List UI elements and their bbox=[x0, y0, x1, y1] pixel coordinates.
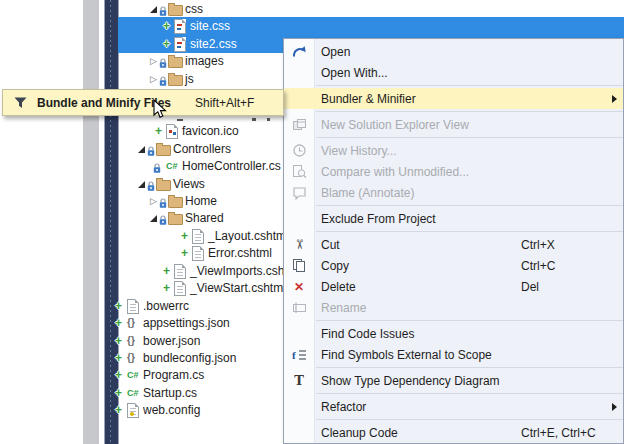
expand-arrow-icon[interactable] bbox=[150, 215, 157, 222]
compare-icon bbox=[284, 164, 314, 179]
pending-add-icon: + bbox=[155, 122, 162, 140]
type-dependency-icon: T bbox=[284, 373, 314, 388]
tree-item-label: Controllers bbox=[173, 140, 231, 158]
submenu-item-label: Bundle and Minify Files bbox=[37, 96, 195, 110]
submenu-item-shortcut: Shift+Alt+F bbox=[195, 96, 254, 110]
menu-item-label: Blame (Annotate) bbox=[314, 186, 414, 200]
json-file-icon: {} bbox=[127, 332, 135, 350]
tree-item-css[interactable]: css bbox=[0, 0, 624, 18]
menu-item-show-type-dependency-diagram[interactable]: TShow Type Dependency Diagram bbox=[284, 370, 623, 391]
folder-icon bbox=[168, 57, 183, 68]
copy-icon bbox=[284, 258, 314, 273]
menu-separator bbox=[316, 393, 623, 394]
tree-item-label: _ViewStart.cshtml bbox=[190, 279, 286, 297]
menu-separator bbox=[316, 367, 623, 368]
doc-file-icon bbox=[192, 246, 204, 261]
pending-add-icon: + bbox=[115, 349, 122, 367]
new-solution-explorer-view-icon bbox=[284, 118, 314, 132]
menu-item-shortcut: Ctrl+X bbox=[521, 238, 555, 252]
menu-item-cleanup-code[interactable]: Cleanup CodeCtrl+E, Ctrl+C bbox=[284, 422, 623, 443]
pending-add-icon: + bbox=[115, 401, 122, 419]
image-file-icon bbox=[166, 124, 178, 139]
menu-item-label: New Solution Explorer View bbox=[314, 118, 469, 132]
csharp-file-icon: C# bbox=[166, 157, 178, 175]
menu-item-open[interactable]: Open bbox=[284, 41, 623, 62]
svg-text:f: f bbox=[292, 349, 296, 361]
pending-add-icon: + bbox=[181, 244, 188, 262]
expand-arrow-icon[interactable] bbox=[138, 181, 145, 188]
pending-add-icon: + bbox=[163, 17, 170, 35]
context-menu: OpenOpen With...Bundler & MinifierNew So… bbox=[283, 38, 624, 444]
expand-arrow-icon[interactable] bbox=[150, 6, 157, 13]
tree-item-site-css[interactable]: +site.css bbox=[0, 17, 624, 35]
menu-item-label: Cleanup Code bbox=[314, 426, 398, 440]
pending-add-icon: + bbox=[115, 314, 122, 332]
pending-add-icon: + bbox=[115, 332, 122, 350]
rename-icon bbox=[284, 301, 314, 314]
menu-item-open-with[interactable]: Open With... bbox=[284, 62, 623, 83]
tree-item-label: Shared bbox=[185, 209, 224, 227]
pending-add-icon: + bbox=[115, 366, 122, 384]
tree-item-label: site.css bbox=[190, 17, 230, 35]
menu-item-label: Delete bbox=[314, 280, 356, 294]
json-file-icon: {} bbox=[127, 349, 135, 367]
tree-item-label: Program.cs bbox=[143, 366, 204, 384]
doc-file-icon bbox=[174, 281, 186, 296]
menu-item-copy[interactable]: CopyCtrl+C bbox=[284, 255, 623, 276]
tree-item-label: Views bbox=[173, 175, 205, 193]
pending-add-icon: + bbox=[181, 227, 188, 245]
csharp-file-icon: C# bbox=[127, 384, 139, 402]
collapse-arrow-icon[interactable]: ▷ bbox=[150, 52, 157, 70]
tree-item-label: site2.css bbox=[190, 35, 237, 53]
pending-add-icon: + bbox=[115, 384, 122, 402]
cut-icon: ✂ bbox=[284, 237, 314, 252]
tree-item-label: _Layout.cshtml bbox=[208, 227, 289, 245]
pending-add-icon: + bbox=[163, 35, 170, 53]
menu-item-bundler-minifier[interactable]: Bundler & Minifier bbox=[284, 88, 623, 109]
menu-separator bbox=[316, 205, 623, 206]
tree-item-label: bundleconfig.json bbox=[143, 349, 236, 367]
menu-separator bbox=[316, 419, 623, 420]
view-history-icon bbox=[284, 143, 314, 158]
collapse-arrow-icon[interactable]: ▷ bbox=[150, 192, 157, 210]
submenu-arrow-icon bbox=[612, 403, 617, 411]
bundler-minifier-submenu[interactable]: Bundle and Minify Files Shift+Alt+F bbox=[2, 89, 284, 116]
menu-item-label: Compare with Unmodified... bbox=[314, 165, 469, 179]
menu-item-label: Open bbox=[314, 45, 350, 59]
blame-icon bbox=[284, 186, 314, 200]
folder-icon bbox=[156, 145, 171, 156]
find-symbols-icon: f bbox=[284, 348, 314, 362]
config-file-icon bbox=[127, 403, 139, 418]
menu-item-label: Open With... bbox=[314, 66, 388, 80]
menu-item-cut[interactable]: ✂CutCtrl+X bbox=[284, 234, 623, 255]
menu-separator bbox=[316, 137, 623, 138]
pending-add-icon: + bbox=[115, 297, 122, 315]
filter-icon bbox=[3, 97, 37, 109]
obscured-text-fragment bbox=[177, 119, 183, 121]
menu-item-delete[interactable]: ✕DeleteDel bbox=[284, 276, 623, 297]
menu-item-find-code-issues[interactable]: Find Code Issues bbox=[284, 323, 623, 344]
menu-item-label: Cut bbox=[314, 238, 340, 252]
menu-item-find-symbols-external-to-scope[interactable]: fFind Symbols External to Scope bbox=[284, 344, 623, 365]
menu-item-label: Find Symbols External to Scope bbox=[314, 348, 492, 362]
tree-item-label: css bbox=[185, 0, 203, 18]
menu-item-label: Exclude From Project bbox=[314, 212, 436, 226]
tree-item-label: Error.cshtml bbox=[208, 244, 272, 262]
tree-item-label: appsettings.json bbox=[143, 314, 230, 332]
menu-item-refactor[interactable]: Refactor bbox=[284, 396, 623, 417]
menu-item-label: Find Code Issues bbox=[314, 327, 414, 341]
tree-item-label: Home bbox=[185, 192, 217, 210]
tree-item-label: web.config bbox=[143, 401, 200, 419]
pending-add-icon: + bbox=[163, 262, 170, 280]
obscured-text-fragment bbox=[252, 118, 256, 121]
menu-item-exclude-from-project[interactable]: Exclude From Project bbox=[284, 208, 623, 229]
collapse-arrow-icon[interactable]: ▷ bbox=[150, 70, 157, 88]
menu-item-label: Rename bbox=[314, 301, 366, 315]
pending-add-icon: + bbox=[163, 279, 170, 297]
json-file-icon: {} bbox=[127, 314, 135, 332]
doc-file-icon bbox=[174, 264, 186, 279]
menu-item-label: Show Type Dependency Diagram bbox=[314, 374, 500, 388]
expand-arrow-icon[interactable] bbox=[138, 146, 145, 153]
folder-icon bbox=[168, 75, 183, 86]
folder-icon bbox=[156, 180, 171, 191]
